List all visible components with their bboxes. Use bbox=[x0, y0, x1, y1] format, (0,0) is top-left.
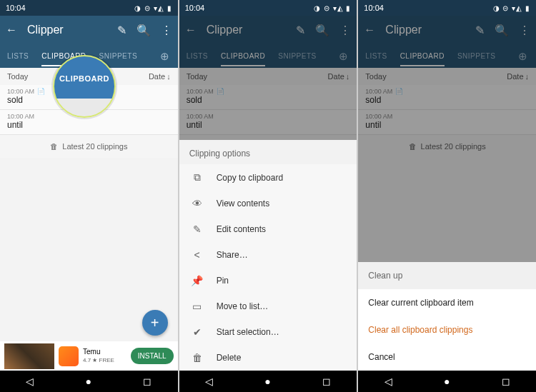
ad-app-icon bbox=[59, 346, 79, 366]
pin-icon: 📌 bbox=[191, 275, 204, 286]
back-icon[interactable]: ← bbox=[6, 24, 17, 36]
ad-banner[interactable]: Temu 4.7 ★ FREE INSTALL bbox=[0, 341, 178, 371]
nav-bar: ◁ ● ◻ bbox=[179, 371, 357, 392]
brush-icon[interactable]: ✎ bbox=[117, 24, 126, 37]
ad-image bbox=[4, 343, 54, 369]
status-time: 10:04 bbox=[6, 4, 26, 12]
nav-back[interactable]: ◁ bbox=[205, 376, 213, 387]
copy-icon: ⧉ bbox=[191, 171, 204, 184]
folder-icon: ▭ bbox=[191, 301, 204, 312]
cleanup-current[interactable]: Clear current clipboard item bbox=[358, 289, 536, 316]
entry-text: until bbox=[7, 120, 171, 130]
today-label: Today bbox=[7, 72, 28, 81]
option-delete[interactable]: 🗑Delete bbox=[179, 345, 357, 371]
cleanup-cancel[interactable]: Cancel bbox=[358, 343, 536, 371]
app-bar: ← Clipper ✎ 🔍 ⋮ bbox=[0, 16, 178, 44]
copied-icon: 📄 bbox=[37, 88, 45, 95]
nav-back[interactable]: ◁ bbox=[26, 376, 34, 387]
ad-text: Temu 4.7 ★ FREE bbox=[83, 348, 126, 365]
cleanup-dialog: Clean up Clear current clipboard item Cl… bbox=[358, 262, 536, 371]
nav-home[interactable]: ● bbox=[86, 376, 91, 387]
option-view[interactable]: 👁View contents bbox=[179, 191, 357, 216]
fab-add[interactable]: + bbox=[142, 310, 168, 336]
install-button[interactable]: INSTALL bbox=[131, 348, 174, 364]
trash-icon: 🗑 bbox=[191, 352, 204, 363]
option-share[interactable]: <Share… bbox=[179, 242, 357, 268]
tab-snippets[interactable]: SNIPPETS bbox=[99, 52, 137, 60]
option-copy[interactable]: ⧉Copy to clipboard bbox=[179, 164, 357, 191]
status-bar: 10:04 ◑ ⊝ ▾◭ ▮ bbox=[179, 0, 357, 16]
status-bar: 10:04 ◑ ⊝ ▾◭ ▮ bbox=[0, 0, 178, 16]
status-icons: ◑ ⊝ ▾◭ ▮ bbox=[493, 4, 530, 12]
check-icon: ✔ bbox=[191, 326, 204, 338]
status-icons: ◑ ⊝ ▾◭ ▮ bbox=[314, 4, 351, 12]
add-icon[interactable]: ⊕ bbox=[160, 50, 169, 63]
sort-control[interactable]: Date ↓ bbox=[149, 72, 171, 81]
phone-1: 10:04 ◑ ⊝ ▾◭ ▮ ← Clipper ✎ 🔍 ⋮ LISTS CLI… bbox=[0, 0, 178, 392]
clipboard-callout: CLIPBOARD bbox=[53, 55, 116, 118]
status-time: 10:04 bbox=[185, 4, 205, 12]
nav-recent[interactable]: ◻ bbox=[322, 376, 331, 387]
nav-recent[interactable]: ◻ bbox=[502, 376, 510, 387]
sheet-title: Clipping options bbox=[179, 140, 357, 164]
status-icons: ◑ ⊝ ▾◭ ▮ bbox=[134, 4, 172, 12]
status-bar: 10:04 ◑ ⊝ ▾◭ ▮ bbox=[358, 0, 536, 16]
tab-lists[interactable]: LISTS bbox=[7, 52, 29, 60]
option-move[interactable]: ▭Move to list… bbox=[179, 293, 357, 319]
nav-home[interactable]: ● bbox=[264, 376, 270, 387]
option-edit[interactable]: ✎Edit contents bbox=[179, 216, 357, 242]
nav-recent[interactable]: ◻ bbox=[143, 376, 152, 387]
nav-bar: ◁ ● ◻ bbox=[0, 371, 178, 392]
pencil-icon: ✎ bbox=[191, 223, 204, 235]
latest-row: 🗑 Latest 20 clippings bbox=[0, 135, 178, 158]
phone-3: 10:04 ◑ ⊝ ▾◭ ▮ ← Clipper ✎ 🔍 ⋮ LISTS CLI… bbox=[358, 0, 536, 392]
cleanup-all[interactable]: Clear all clipboard clippings bbox=[358, 316, 536, 343]
share-icon: < bbox=[191, 249, 204, 261]
phone-2: 10:04 ◑ ⊝ ▾◭ ▮ ← Clipper ✎ 🔍 ⋮ LISTS CLI… bbox=[179, 0, 357, 392]
status-time: 10:04 bbox=[364, 4, 384, 12]
options-sheet: Clipping options ⧉Copy to clipboard 👁Vie… bbox=[179, 140, 357, 371]
nav-back[interactable]: ◁ bbox=[384, 376, 392, 387]
trash-icon[interactable]: 🗑 bbox=[50, 142, 58, 151]
nav-home[interactable]: ● bbox=[444, 376, 450, 387]
search-icon[interactable]: 🔍 bbox=[137, 24, 151, 37]
overflow-icon[interactable]: ⋮ bbox=[161, 24, 172, 37]
eye-icon: 👁 bbox=[191, 198, 204, 209]
dialog-title: Clean up bbox=[358, 262, 536, 289]
option-select[interactable]: ✔Start selection… bbox=[179, 319, 357, 345]
app-title: Clipper bbox=[27, 24, 107, 36]
nav-bar: ◁ ● ◻ bbox=[358, 371, 536, 392]
option-pin[interactable]: 📌Pin bbox=[179, 268, 357, 293]
